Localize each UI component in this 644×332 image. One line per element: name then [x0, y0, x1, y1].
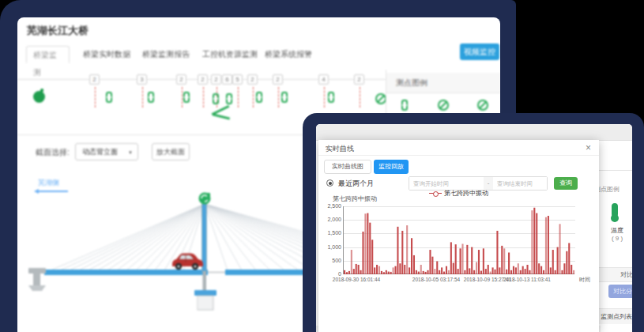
pylon-top-icon — [199, 193, 211, 205]
sensor-count-badge: 2 — [247, 74, 258, 85]
legend-label: 第七跨跨中振动 — [444, 190, 488, 197]
sensor-dashed-line — [142, 87, 143, 108]
section-select-dropdown[interactable]: 动态背立面 ▼ — [75, 143, 138, 160]
main-tab-4[interactable]: 桥梁系统报警 — [258, 46, 318, 63]
main-tab-0[interactable]: 桥梁监测 — [26, 46, 70, 63]
left-abutment — [28, 268, 46, 291]
zoom-section-button[interactable]: 放大截面 — [152, 143, 190, 160]
pier-cap — [194, 290, 217, 296]
legend-panel-title: 测点图例 — [386, 73, 500, 93]
link-sensor-icon[interactable] — [281, 92, 288, 103]
y-tick-label: 2,000 — [319, 217, 341, 222]
car — [172, 254, 203, 270]
compare-section-title: 对比分析 — [620, 270, 632, 279]
tab-realtime-curve[interactable]: 实时曲线图 — [324, 160, 371, 174]
main-tab-1[interactable]: 桥梁实时数据 — [77, 46, 137, 63]
ban-sensor-icon — [438, 100, 449, 111]
link-sensor-icon[interactable] — [226, 93, 232, 104]
sensor-count-badge: 5 — [232, 74, 243, 85]
main-tab-3[interactable]: 工控机资源监测 — [196, 46, 264, 63]
page-title: 芜湖长江大桥 — [27, 24, 89, 38]
tab-monitor-playback[interactable]: 监控回放 — [374, 160, 409, 174]
weight-sensor-icon[interactable] — [33, 91, 45, 103]
sensor-dashed-line — [238, 87, 239, 108]
bridge-pylon — [202, 204, 207, 271]
end-time-input[interactable] — [493, 177, 547, 190]
sensor-count-badge: 4 — [318, 74, 329, 85]
sensor-count-badge: 2 — [273, 74, 283, 85]
modal-title: 实时曲线 — [326, 144, 354, 154]
ban-sensor-icon[interactable] — [375, 93, 386, 104]
start-time-input[interactable] — [409, 177, 484, 190]
modal-header-divider — [318, 155, 599, 156]
x-tick-label: 2018-10-13 11:03:41 — [503, 277, 551, 282]
sensor-count-badge: 2 — [89, 74, 100, 85]
link-sensor-icon[interactable] — [328, 92, 334, 103]
main-tab-2[interactable]: 桥梁监测报告 — [136, 46, 196, 63]
y-tick-label: 500 — [319, 258, 341, 263]
legend-marker-icon — [429, 191, 442, 196]
vibration-chart-plot — [343, 206, 574, 274]
sensor-dashed-line — [278, 87, 279, 108]
sensor-dashed-line — [95, 87, 96, 108]
link-sensor-icon — [401, 100, 408, 111]
screenshot-stage: 芜湖长江大桥 桥梁监测桥梁实时数据桥梁监测报告工控机资源监测桥梁系统报警 视频监… — [0, 0, 644, 332]
chart-title: 第七跨跨中振动 — [333, 194, 377, 203]
close-icon[interactable]: × — [586, 142, 591, 153]
sensor-dashed-line — [253, 87, 254, 108]
sensor-dashed-line — [203, 87, 204, 108]
chevron-down-icon: ▼ — [128, 144, 133, 161]
sensor-dashed-line — [182, 87, 183, 108]
front-window-header-band — [316, 124, 632, 141]
link-sensor-icon[interactable] — [213, 93, 219, 104]
sensor-count-badge: 6 — [222, 74, 232, 85]
y-tick-label: 1,500 — [319, 230, 341, 236]
sensor-count-badge: 2 — [198, 74, 208, 85]
temperature-count: ( 9 ) — [605, 235, 629, 242]
x-axis-title: 时间 — [579, 276, 590, 284]
section-select-value: 动态背立面 — [82, 148, 118, 156]
video-monitor-button[interactable]: 视频监控 — [460, 43, 499, 60]
link-sensor-icon[interactable] — [183, 92, 190, 103]
link-sensor-icon[interactable] — [148, 92, 154, 103]
y-tick-label: 0 — [319, 271, 341, 277]
x-tick-label: 2018-09-30 16:01:44 — [333, 277, 380, 282]
sensor-count-badge: 3 — [137, 74, 147, 85]
y-tick-label: 2,500 — [319, 203, 341, 209]
thermometer-icon[interactable] — [612, 203, 618, 217]
pier-piles — [198, 296, 213, 310]
y-tick-label: 1,000 — [319, 244, 341, 250]
list-section-title: 监测点列表 — [601, 312, 632, 321]
sidebar-section-divider — [599, 170, 632, 171]
sensor-count-badge: 2 — [354, 74, 364, 85]
front-window: 测点图例 温度 ( 9 ) 对比分析 对比分析 监测点列表 实时曲线 × 实时曲… — [316, 124, 632, 332]
link-sensor-icon[interactable] — [256, 92, 262, 103]
chart-bars — [344, 206, 575, 274]
realtime-curve-modal: 实时曲线 × 实时曲线图 监控回放 最近两个月 - 查询 第七跨跨中振动 第七跨… — [318, 140, 599, 332]
compare-analysis-button[interactable]: 对比分析 — [608, 285, 632, 298]
temperature-label: 温度 — [607, 226, 627, 235]
truss-sensor-icon — [213, 113, 230, 119]
sensor-count-badge: 2 — [211, 74, 221, 85]
x-tick-label: 2018-10-05 03:17:54 — [412, 277, 460, 282]
sensor-dashed-line — [360, 87, 360, 108]
link-sensor-icon[interactable] — [106, 92, 112, 103]
range-separator: - — [484, 177, 493, 190]
sensor-dashed-line — [324, 87, 325, 108]
range-radio-label: 最近两个月 — [338, 179, 374, 189]
range-radio[interactable] — [326, 179, 333, 187]
section-select-label: 截面选择: — [36, 147, 70, 158]
ban-sensor-icon — [477, 100, 488, 111]
query-button[interactable]: 查询 — [554, 177, 578, 190]
sensor-count-badge: 2 — [176, 74, 186, 85]
